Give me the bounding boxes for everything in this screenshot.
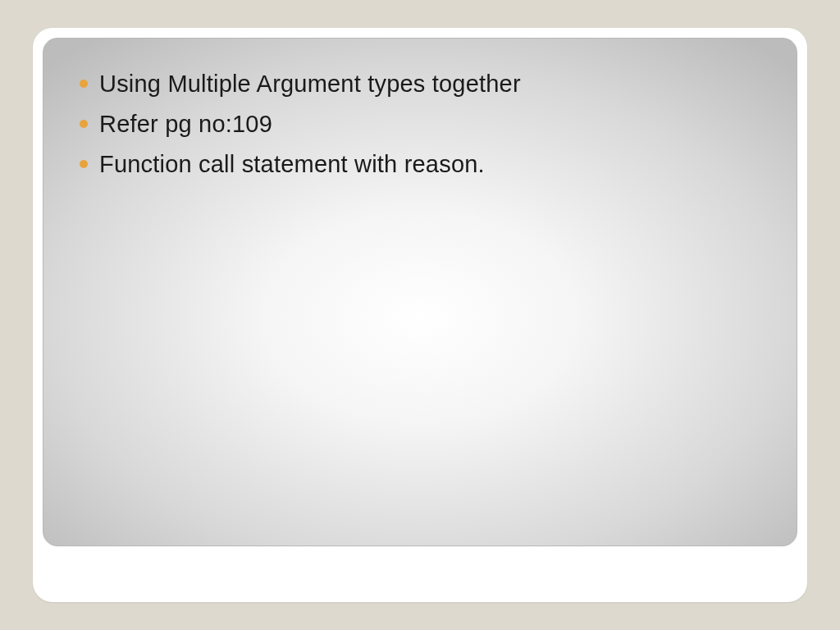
bullet-text: Function call statement with reason. [99, 148, 485, 180]
list-item: Refer pg no:109 [80, 108, 760, 140]
bullet-icon [80, 160, 88, 168]
bullet-icon [80, 80, 88, 88]
bullet-list: Using Multiple Argument types together R… [80, 68, 760, 180]
bullet-text: Using Multiple Argument types together [99, 68, 521, 100]
slide-content-panel: Using Multiple Argument types together R… [43, 38, 797, 546]
bullet-text: Refer pg no:109 [99, 108, 272, 140]
list-item: Function call statement with reason. [80, 148, 760, 180]
bullet-icon [80, 120, 88, 128]
slide-container: Using Multiple Argument types together R… [33, 28, 807, 602]
list-item: Using Multiple Argument types together [80, 68, 760, 100]
